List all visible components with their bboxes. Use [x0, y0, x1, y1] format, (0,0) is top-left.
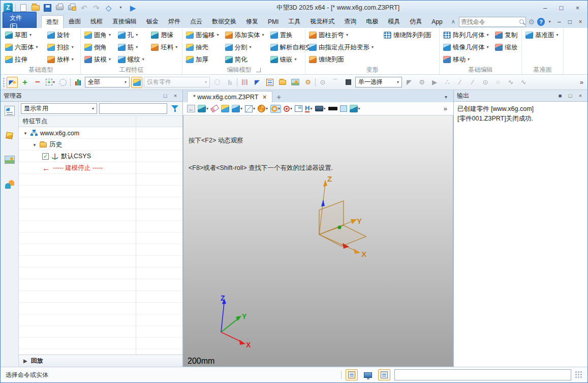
point-snap-button[interactable]: ▾ — [284, 106, 292, 112]
viewport-layout-button[interactable] — [295, 105, 302, 112]
link-anchor-button[interactable] — [224, 77, 235, 88]
history-bars-button[interactable] — [239, 77, 250, 88]
play-circle-button[interactable]: ▶ — [429, 77, 440, 88]
tab-inquire[interactable]: 查询 — [339, 15, 361, 28]
help-button[interactable]: ? — [537, 18, 545, 26]
pick-filter-toggle[interactable]: ◤ — [7, 77, 18, 88]
wireframe-view-button[interactable]: ▾ — [245, 105, 255, 112]
manager-close-button[interactable]: × — [171, 93, 179, 99]
tree-search-input[interactable] — [99, 103, 167, 114]
part-only-toggle[interactable] — [131, 77, 142, 88]
draft-button[interactable]: 拔模▾ — [81, 53, 115, 66]
tree-filter-button[interactable] — [169, 103, 180, 114]
tab-list-dropdown[interactable]: ▾ — [443, 94, 449, 100]
message-log-button[interactable] — [378, 369, 390, 380]
thicken-button[interactable]: 加厚 — [183, 53, 222, 66]
window-maximize-button[interactable]: □ — [554, 3, 568, 13]
open-file-button[interactable] — [30, 3, 40, 13]
tree-node-history[interactable]: ▾ 历史 — [19, 139, 182, 151]
pattern-geometry-button[interactable]: 阵列几何体▾ — [440, 29, 492, 41]
replay-section[interactable]: ▶ 回放 — [19, 355, 182, 367]
edge-style-button[interactable] — [328, 107, 337, 110]
output-close-button[interactable]: × — [576, 93, 584, 99]
quickbar-dropdown[interactable]: ▾ — [116, 3, 126, 13]
tab-tools[interactable]: 工具 — [284, 15, 305, 28]
prompt-toggle-button[interactable] — [346, 369, 358, 380]
image-export-button[interactable] — [290, 77, 301, 88]
fillet-button[interactable]: 圆角▾ — [81, 29, 115, 41]
stock-button[interactable]: 坯料▾ — [148, 41, 181, 53]
expand-caret-icon[interactable]: ▾ — [32, 142, 37, 148]
display-monitor-button[interactable] — [362, 369, 374, 380]
wrap-to-face-button[interactable]: 缠绕到面 — [306, 53, 381, 66]
tab-shape[interactable]: 造型 — [41, 15, 64, 28]
pick-mode-select[interactable]: 单一选择▾ — [355, 77, 402, 87]
resize-grip[interactable] — [575, 371, 582, 378]
link-chain-button[interactable] — [211, 77, 223, 88]
extrude-button[interactable]: 拉伸 — [2, 53, 44, 66]
tab-electrode[interactable]: 电极 — [361, 15, 383, 28]
help-dropdown[interactable]: ▾ — [545, 20, 553, 24]
divide-button[interactable]: 分割▾ — [222, 41, 267, 53]
copy-button[interactable]: 复制 — [492, 29, 521, 41]
tab-visual-style[interactable]: 视觉样式 — [305, 15, 339, 28]
section-view-button[interactable]: ▾ — [258, 105, 268, 112]
solid-view-button[interactable]: ▾ — [232, 105, 242, 112]
window-minimize-button[interactable]: – — [538, 3, 552, 13]
circle-tool-button[interactable]: ○ — [492, 77, 504, 88]
lip-button[interactable]: 唇缘 — [148, 29, 181, 41]
undo-button[interactable]: ↶ — [79, 3, 89, 13]
viewport-canvas[interactable]: 按下<F2> 动态观察 <F8>或者<Shift-roll> 查找下一个有效的过… — [183, 115, 453, 367]
output-restore-button[interactable]: □ — [566, 93, 574, 99]
toolbar-overflow-button[interactable]: » — [578, 78, 585, 86]
filter-colors-button[interactable] — [72, 77, 83, 88]
add-shape-button[interactable]: 添加实体▾ — [222, 29, 267, 41]
remove-from-selection-button[interactable]: − — [32, 77, 43, 88]
tab-repair[interactable]: 修复 — [241, 15, 263, 28]
wrap-pattern-to-face-button[interactable]: 缠绕阵列到面 — [381, 29, 439, 41]
deform-from-point-button[interactable]: 由指定点开始变形▾ — [306, 41, 381, 53]
shade-button[interactable] — [221, 105, 229, 112]
visual-manager-tab[interactable] — [3, 129, 16, 141]
tree-node-modeling-stop[interactable]: ← ----- 建模停止 ----- — [19, 162, 182, 174]
doc-restore-button[interactable]: □ — [565, 17, 575, 26]
simplify-button[interactable]: 简化 — [222, 53, 267, 66]
pick-last-button[interactable]: ◤ — [252, 77, 263, 88]
datum-plane-button[interactable]: 基准面▾ — [522, 29, 563, 41]
window-close-button[interactable]: × — [571, 3, 584, 13]
face-offset-button[interactable]: 面偏移▾ — [183, 29, 222, 41]
tree-node-root[interactable]: ▾ www.x6g.com — [19, 127, 182, 139]
view-manager-tab[interactable] — [3, 154, 16, 166]
layer-button[interactable]: ▾ — [350, 105, 360, 112]
entity-filter-select[interactable]: 全部▾ — [85, 77, 130, 87]
background-color-button[interactable] — [340, 105, 347, 112]
regen-button[interactable]: ◇ — [104, 3, 113, 13]
role-manager-tab[interactable] — [3, 178, 16, 190]
shell-button[interactable]: 抽壳 — [183, 41, 222, 53]
lasso-pick-button[interactable] — [57, 77, 69, 88]
box-display-button[interactable] — [343, 77, 354, 88]
chamfer-button[interactable]: 倒角 — [81, 41, 115, 53]
feature-manager-tab[interactable] — [3, 105, 16, 117]
loft-button[interactable]: 放样▾ — [44, 53, 80, 66]
ring-select-button[interactable]: ▾ — [270, 105, 281, 113]
doc-close-button[interactable]: × — [575, 17, 585, 26]
new-file-button[interactable] — [18, 3, 28, 13]
tab-mold[interactable]: 模具 — [383, 15, 405, 28]
output-pin-button[interactable]: ■ — [556, 93, 564, 99]
sketch-plane-button[interactable]: ▾ — [198, 105, 208, 112]
tree-filter-select[interactable]: 显示常用▾ — [21, 103, 97, 114]
curve-tool-button[interactable]: ∿ — [518, 77, 529, 88]
spline-tool-button[interactable]: ∿ — [505, 77, 516, 88]
scope-select[interactable]: 仅有零件▾ — [144, 77, 210, 87]
tab-weldment[interactable]: 焊件 — [164, 15, 185, 28]
rib-button[interactable]: 筋▾ — [115, 41, 148, 53]
snap-points-button[interactable]: ∴ — [442, 77, 453, 88]
save-button[interactable] — [43, 3, 52, 13]
selection-list-button[interactable] — [264, 77, 275, 88]
display-mode-button[interactable]: ▾ — [315, 106, 326, 111]
mirror-geometry-button[interactable]: 镜像几何体▾ — [440, 41, 492, 53]
settings-button[interactable]: ⚙ — [527, 17, 537, 26]
toolbar-drag-handle[interactable] — [3, 77, 5, 87]
scale-button[interactable]: 缩放 — [492, 41, 521, 53]
